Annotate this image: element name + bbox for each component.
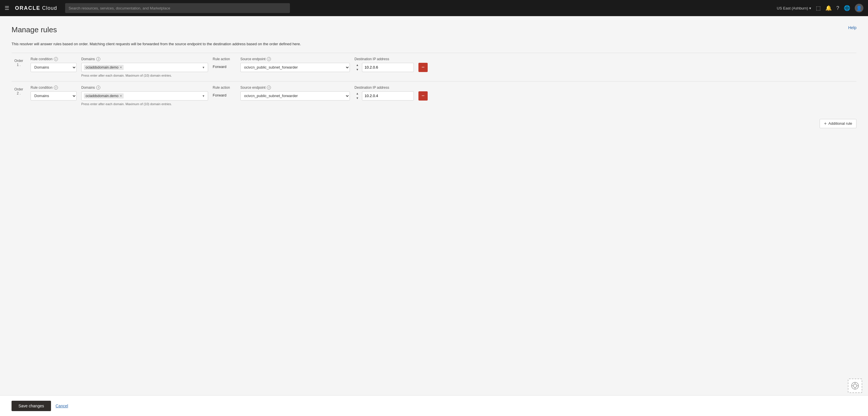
rule-condition-group-1: Rule condition i Domains [31,57,76,72]
region-chevron-icon: ▾ [809,6,811,10]
globe-icon[interactable]: 🌐 [844,5,850,11]
arrow-controls-2: ▲ ▼ [354,92,360,100]
rule-block-1: Order 1 . Rule condition i Domains Domai… [11,53,857,81]
domains-group-2: Domains i ociaddsdomain.demo × ▾ Press e… [81,86,208,106]
hamburger-icon[interactable]: ☰ [5,5,9,11]
rule-condition-group-2: Rule condition i Domains [31,86,76,100]
arrow-controls-1: ▲ ▼ [354,63,360,72]
source-endpoint-label-2: Source endpoint i [240,86,350,90]
help-icon[interactable]: ? [836,5,839,11]
rule-condition-info-icon-2[interactable]: i [54,86,58,90]
help-link[interactable]: Help [848,25,857,30]
arrow-down-2[interactable]: ▼ [354,96,360,100]
region-label: US East (Ashburn) [777,6,808,10]
rule-condition-select-2[interactable]: Domains [31,91,76,100]
dest-ip-label-1: Destination IP address [354,57,414,61]
domain-tag-input-2[interactable]: ociaddsdomain.demo × ▾ [81,91,208,100]
domain-tag-input-1[interactable]: ociaddsdomain.demo × ▾ [81,63,208,72]
source-endpoint-group-2: Source endpoint i ocivcn_public_subnet_f… [240,86,350,100]
region-selector[interactable]: US East (Ashburn) ▾ [777,6,811,10]
arrow-up-2[interactable]: ▲ [354,92,360,96]
domains-label-1: Domains i [81,57,208,61]
domain-tag-remove-1[interactable]: × [120,66,122,69]
oracle-text: ORACLE [15,5,40,11]
arrow-down-1[interactable]: ▼ [354,68,360,72]
rule-condition-label-2: Rule condition i [31,86,76,90]
domain-tag-1: ociaddsdomain.demo × [84,65,124,70]
search-input[interactable] [65,3,290,13]
order-num-1: 1 . [17,63,21,67]
rule-action-value-2: Forward [213,91,236,97]
svg-point-1 [853,384,857,387]
domain-tag-remove-2[interactable]: × [120,94,122,98]
domains-label-2: Domains i [81,86,208,90]
source-endpoint-select-2[interactable]: ocivcn_public_subnet_forwarder [240,91,350,100]
page-title: Manage rules [11,25,57,34]
monitor-icon[interactable]: ⬚ [816,5,821,11]
domain-tag-2: ociaddsdomain.demo × [84,93,124,98]
bell-icon[interactable]: 🔔 [825,5,832,11]
rules-container: Order 1 . Rule condition i Domains Domai… [11,53,857,110]
page-header: Manage rules Help [11,25,857,34]
dest-ip-group-2: Destination IP address ▲ ▼ [354,86,414,100]
search-container [65,3,290,13]
source-endpoint-info-icon-2[interactable]: i [267,86,271,90]
order-label-2: Order 2 . [11,86,26,95]
domain-dropdown-btn-1[interactable]: ▾ [202,65,206,69]
source-endpoint-select-1[interactable]: ocivcn_public_subnet_forwarder [240,63,350,72]
remove-rule-btn-2[interactable]: − [418,91,428,100]
help-widget-icon [851,382,859,390]
rule-condition-label-1: Rule condition i [31,57,76,61]
arrow-up-1[interactable]: ▲ [354,63,360,67]
domain-dropdown-btn-2[interactable]: ▾ [202,94,206,98]
remove-rule-btn-1[interactable]: − [418,63,428,72]
rule-condition-select-1[interactable]: Domains [31,63,76,72]
rule-action-group-1: Rule action Forward [213,57,236,69]
rule-row-1: Order 1 . Rule condition i Domains Domai… [11,57,857,77]
order-text-2: Order [14,87,23,91]
dest-ip-controls-2: ▲ ▼ [354,91,414,100]
add-rule-button[interactable]: + Additional rule [819,119,857,128]
add-rule-label: Additional rule [829,121,852,126]
domain-hint-1: Press enter after each domain. Maximum o… [81,74,208,77]
user-avatar[interactable]: 👤 [855,4,863,12]
dest-ip-controls-1: ▲ ▼ [354,63,414,72]
rule-action-group-2: Rule action Forward [213,86,236,97]
order-num-2: 2 . [17,91,21,95]
dest-ip-input-1[interactable] [362,63,414,72]
domain-hint-2: Press enter after each domain. Maximum o… [81,102,208,106]
cloud-text: Cloud [42,5,57,11]
rule-row-2: Order 2 . Rule condition i Domains Domai… [11,86,857,106]
page-content: Manage rules Help This resolver will ans… [0,16,868,395]
source-endpoint-label-1: Source endpoint i [240,57,350,61]
rule-block-2: Order 2 . Rule condition i Domains Domai… [11,81,857,110]
domains-info-icon-2[interactable]: i [96,86,100,90]
navbar-right: US East (Ashburn) ▾ ⬚ 🔔 ? 🌐 👤 [777,4,863,12]
domains-info-icon-1[interactable]: i [96,57,100,61]
rule-condition-info-icon-1[interactable]: i [54,57,58,61]
plus-icon: + [824,121,827,126]
dest-ip-label-2: Destination IP address [354,86,414,90]
domains-group-1: Domains i ociaddsdomain.demo × ▾ Press e… [81,57,208,77]
oracle-logo: ORACLE Cloud [15,5,57,11]
order-label-1: Order 1 . [11,57,26,67]
source-endpoint-info-icon-1[interactable]: i [267,57,271,61]
dest-ip-group-1: Destination IP address ▲ ▼ [354,57,414,72]
rule-action-value-1: Forward [213,63,236,69]
order-text-1: Order [14,59,23,63]
rule-action-label-2: Rule action [213,86,236,90]
navbar: ☰ ORACLE Cloud US East (Ashburn) ▾ ⬚ 🔔 ?… [0,0,868,16]
dest-ip-input-2[interactable] [362,91,414,100]
description-text: This resolver will answer rules based on… [11,41,857,47]
help-widget[interactable] [848,379,862,393]
rule-action-label-1: Rule action [213,57,236,61]
source-endpoint-group-1: Source endpoint i ocivcn_public_subnet_f… [240,57,350,72]
